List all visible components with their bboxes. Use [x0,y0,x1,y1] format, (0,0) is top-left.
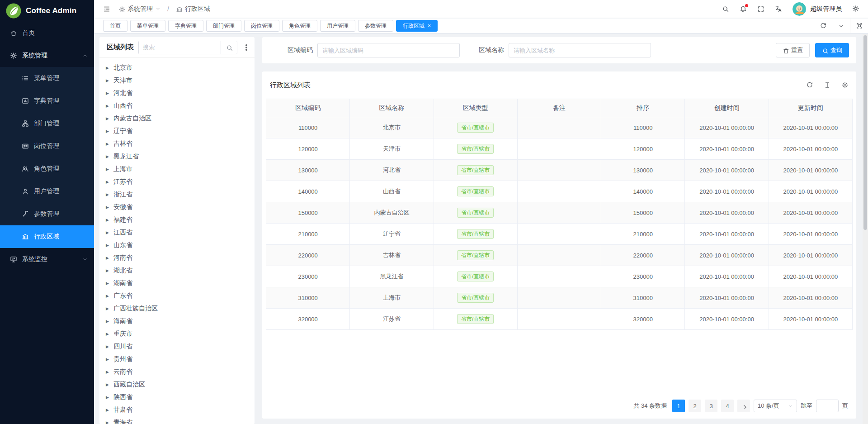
caret-right-icon[interactable]: ▶ [106,243,109,248]
caret-right-icon[interactable]: ▶ [106,294,109,298]
tree-item[interactable]: ▶ 浙江省 [99,188,255,201]
maximize-content-button[interactable] [850,19,868,33]
caret-right-icon[interactable]: ▶ [106,408,109,412]
tab-options-button[interactable] [832,19,850,33]
tree-item[interactable]: ▶ 江西省 [99,226,255,239]
caret-right-icon[interactable]: ▶ [106,180,109,184]
tab[interactable]: 首页 × [103,20,127,32]
caret-right-icon[interactable]: ▶ [106,193,109,197]
caret-right-icon[interactable]: ▶ [106,205,109,210]
caret-right-icon[interactable]: ▶ [106,357,109,362]
translate-icon[interactable] [775,5,782,13]
jump-page-input[interactable] [816,400,839,412]
tree-item[interactable]: ▶ 广东省 [99,290,255,302]
caret-right-icon[interactable]: ▶ [106,129,109,133]
tree-item[interactable]: ▶ 北京市 [99,62,255,74]
caret-right-icon[interactable]: ▶ [106,421,109,424]
tree-item[interactable]: ▶ 江苏省 [99,176,255,188]
tree-item[interactable]: ▶ 海南省 [99,315,255,328]
tree-item[interactable]: ▶ 甘肃省 [99,404,255,416]
tab[interactable]: 角色管理 × [282,20,317,32]
page-button[interactable]: 4 [721,400,734,412]
caret-right-icon[interactable]: ▶ [106,155,109,159]
caret-right-icon[interactable]: ▶ [106,256,109,260]
sidebar-item-dict-mgmt[interactable]: 字典管理 [0,90,94,112]
sidebar-item-post-mgmt[interactable]: 岗位管理 [0,135,94,157]
tree-item[interactable]: ▶ 上海市 [99,163,255,176]
tree-item[interactable]: ▶ 安徽省 [99,201,255,214]
tab[interactable]: 行政区域 × [396,20,438,32]
caret-right-icon[interactable]: ▶ [106,167,109,172]
tree-item[interactable]: ▶ 河北省 [99,87,255,100]
tab[interactable]: 参数管理 × [358,20,393,32]
search-icon[interactable] [722,5,729,13]
sidebar-item-home[interactable]: 首页 [0,22,94,44]
sidebar-item-role-mgmt[interactable]: 角色管理 [0,157,94,180]
caret-right-icon[interactable]: ▶ [106,383,109,387]
tree-item[interactable]: ▶ 云南省 [99,366,255,378]
close-icon[interactable]: × [428,23,431,29]
tree-item[interactable]: ▶ 陕西省 [99,391,255,404]
tree-item[interactable]: ▶ 吉林省 [99,138,255,150]
tree-item[interactable]: ▶ 福建省 [99,214,255,226]
refresh-icon[interactable] [806,81,813,89]
sidebar-item-admin-region[interactable]: 行政区域 [0,225,94,248]
region-name-input[interactable] [509,43,651,57]
sidebar-item-user-mgmt[interactable]: 用户管理 [0,180,94,203]
sidebar-item-system-monitor[interactable]: 系统监控 [0,248,94,271]
caret-right-icon[interactable]: ▶ [106,319,109,324]
tree-item[interactable]: ▶ 辽宁省 [99,125,255,138]
tree-item[interactable]: ▶ 天津市 [99,74,255,87]
caret-right-icon[interactable]: ▶ [106,231,109,235]
tree-item[interactable]: ▶ 四川省 [99,340,255,353]
page-button[interactable]: 2 [689,400,701,412]
sidebar-item-param-mgmt[interactable]: 参数管理 [0,203,94,225]
settings-gear-icon[interactable] [852,5,860,13]
caret-right-icon[interactable]: ▶ [106,117,109,121]
search-button[interactable]: 查询 [815,43,849,57]
sidebar-item-system-mgmt[interactable]: 系统管理 [0,44,94,67]
region-code-input[interactable] [317,43,460,57]
page-button[interactable]: 3 [705,400,717,412]
tree-item[interactable]: ▶ 重庆市 [99,328,255,340]
caret-right-icon[interactable]: ▶ [106,79,109,83]
tree-item[interactable]: ▶ 湖北省 [99,264,255,277]
tree-item[interactable]: ▶ 湖南省 [99,277,255,290]
tree-item[interactable]: ▶ 贵州省 [99,353,255,366]
tree-item[interactable]: ▶ 广西壮族自治区 [99,302,255,315]
caret-right-icon[interactable]: ▶ [106,91,109,95]
caret-right-icon[interactable]: ▶ [106,370,109,374]
column-settings-gear-icon[interactable] [841,81,849,89]
caret-right-icon[interactable]: ▶ [106,345,109,349]
page-button[interactable]: 1 [672,400,685,412]
tree-item[interactable]: ▶ 河南省 [99,252,255,264]
caret-right-icon[interactable]: ▶ [106,66,109,70]
tree-item[interactable]: ▶ 山西省 [99,100,255,112]
tab[interactable]: 用户管理 × [320,20,355,32]
notifications-button[interactable] [740,5,747,13]
collapse-sidebar-icon[interactable] [103,5,110,13]
scrollbar-thumb[interactable] [863,35,867,230]
fullscreen-icon[interactable] [757,5,764,13]
tab[interactable]: 岗位管理 × [244,20,279,32]
tree-item[interactable]: ▶ 青海省 [99,416,255,424]
page-size-select[interactable]: 10 条/页 [754,400,797,412]
refresh-tab-button[interactable] [814,19,832,33]
tree-item[interactable]: ▶ 山东省 [99,239,255,252]
caret-right-icon[interactable]: ▶ [106,104,109,108]
region-search-button[interactable] [221,41,237,54]
caret-right-icon[interactable]: ▶ [106,269,109,273]
reset-button[interactable]: 重置 [776,43,810,57]
tree-item[interactable]: ▶ 黑龙江省 [99,150,255,163]
caret-right-icon[interactable]: ▶ [106,395,109,400]
caret-right-icon[interactable]: ▶ [106,332,109,336]
caret-right-icon[interactable]: ▶ [106,218,109,222]
caret-right-icon[interactable]: ▶ [106,142,109,146]
tree-item[interactable]: ▶ 内蒙古自治区 [99,112,255,125]
tree-item[interactable]: ▶ 西藏自治区 [99,378,255,391]
caret-right-icon[interactable]: ▶ [106,281,109,286]
tab[interactable]: 部门管理 × [206,20,241,32]
caret-right-icon[interactable]: ▶ [106,307,109,311]
user-menu[interactable]: 超级管理员 [793,2,842,16]
tab[interactable]: 菜单管理 × [130,20,165,32]
